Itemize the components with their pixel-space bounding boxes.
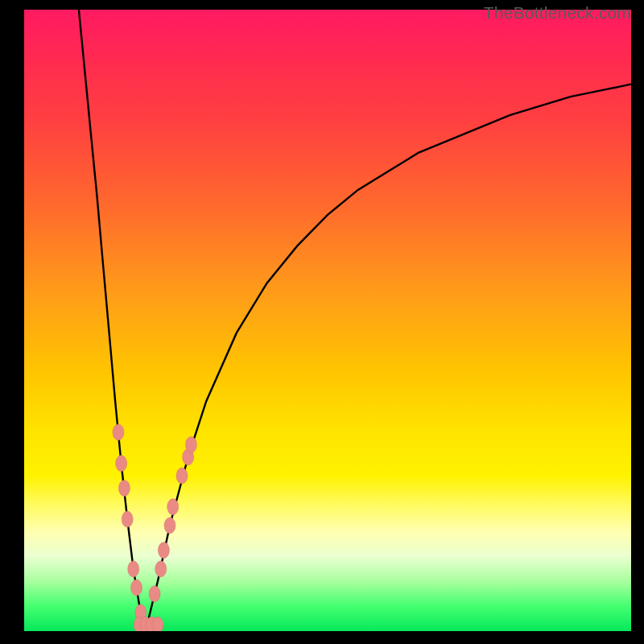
chart-marker [122, 511, 133, 527]
chart-marker [116, 456, 127, 472]
chart-marker [128, 561, 139, 577]
chart-marker [152, 617, 163, 631]
chart-marker [113, 424, 124, 440]
left-branch-curve [79, 10, 146, 631]
chart-marker [131, 580, 142, 596]
chart-marker [118, 480, 130, 496]
marker-layer [113, 424, 197, 631]
chart-marker [164, 518, 175, 534]
chart-stage: TheBottleneck.com [0, 0, 644, 644]
chart-marker [149, 586, 160, 602]
chart-marker [167, 499, 179, 515]
watermark-text: TheBottleneck.com [484, 3, 631, 23]
chart-svg [24, 10, 631, 631]
right-branch-curve [146, 85, 631, 631]
chart-marker [176, 468, 188, 484]
chart-marker [155, 561, 167, 577]
chart-marker [158, 543, 169, 559]
chart-plot-area [24, 10, 631, 631]
chart-marker [185, 436, 196, 452]
